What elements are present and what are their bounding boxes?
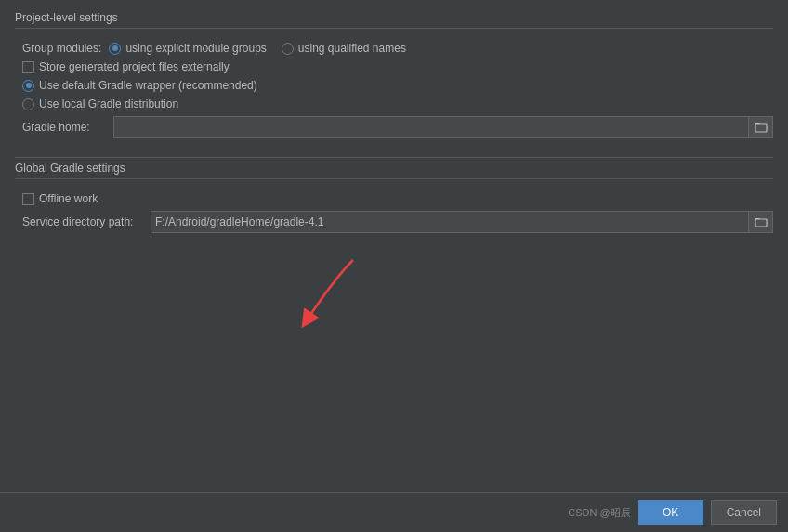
global-gradle-section-label: Global Gradle settings [15,162,773,179]
radio-default-gradle-circle[interactable] [22,80,34,92]
svg-rect-1 [755,219,767,227]
radio-local-gradle-circle[interactable] [22,98,34,110]
gradle-home-field-container [113,116,773,138]
radio-explicit-label: using explicit module groups [125,42,266,55]
project-level-content: Group modules: using explicit module gro… [15,36,773,149]
store-generated-label: Store generated project files externally [39,60,230,73]
radio-qualified-names[interactable]: using qualified names [282,42,406,55]
project-level-section-label: Project-level settings [15,11,773,29]
cancel-button[interactable]: Cancel [711,500,777,525]
folder-icon [755,215,768,228]
ok-button[interactable]: OK [638,500,703,525]
service-directory-row: Service directory path: [22,211,773,233]
settings-area: Project-level settings Group modules: us… [0,0,788,492]
store-generated-checkbox[interactable] [22,61,34,73]
service-directory-browse-button[interactable] [749,211,773,233]
gradle-home-row: Gradle home: [22,116,773,138]
service-directory-input[interactable] [151,211,749,233]
gradle-home-input[interactable] [113,116,749,138]
red-arrow-svg [269,251,381,334]
group-modules-label: Group modules: [22,42,101,55]
service-directory-label: Service directory path: [22,215,143,228]
offline-work-checkbox[interactable] [22,193,34,205]
radio-qualified-circle[interactable] [282,43,294,55]
offline-work-label: Offline work [39,192,98,205]
radio-local-gradle-label: Use local Gradle distribution [39,97,178,110]
section-divider [15,157,773,158]
gradle-home-browse-button[interactable] [749,116,773,138]
group-modules-radio-group: using explicit module groups using quali… [109,42,406,55]
watermark-text: CSDN @昭辰 [568,506,630,520]
radio-explicit-circle[interactable] [109,43,121,55]
global-gradle-content: Offline work Service directory path: [15,187,773,244]
gradle-home-label: Gradle home: [22,121,106,134]
svg-rect-0 [755,124,767,132]
radio-explicit-module-groups[interactable]: using explicit module groups [109,42,266,55]
folder-icon [755,121,768,134]
gradle-settings-dialog: Project-level settings Group modules: us… [0,0,788,532]
arrow-annotation [269,251,381,334]
radio-qualified-label: using qualified names [298,42,406,55]
radio-default-gradle-label: Use default Gradle wrapper (recommended) [39,79,257,92]
store-generated-checkbox-item[interactable]: Store generated project files externally [22,60,773,73]
service-directory-field-container [151,211,773,233]
radio-default-gradle-item[interactable]: Use default Gradle wrapper (recommended) [22,79,773,92]
radio-local-gradle-item[interactable]: Use local Gradle distribution [22,97,773,110]
offline-work-checkbox-item[interactable]: Offline work [22,192,773,205]
group-modules-row: Group modules: using explicit module gro… [22,42,773,55]
button-bar: CSDN @昭辰 OK Cancel [0,492,788,532]
